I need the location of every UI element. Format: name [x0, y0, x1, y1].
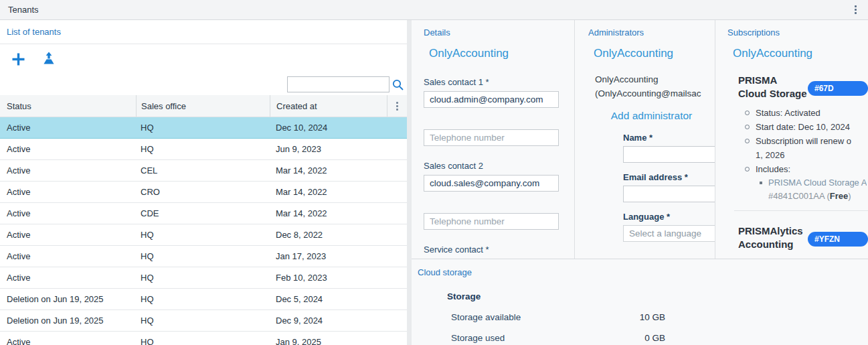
- add-administrator-link[interactable]: Add administrator: [588, 110, 715, 122]
- cell-created: Dec 5, 2024: [270, 289, 387, 309]
- cell-office: CDE: [136, 203, 270, 224]
- cell-office: HQ: [136, 117, 270, 138]
- search-input[interactable]: [287, 76, 389, 92]
- subscription-includes-label: Includes:: [744, 162, 868, 176]
- tenants-app: Tenants List of tenants: [0, 0, 868, 345]
- administrator-entry[interactable]: OnlyAccounting (OnlyAccounting@mailsac: [595, 72, 715, 100]
- cell-office: HQ: [136, 310, 270, 331]
- subscription-renewal: Subscription will renew o 1, 2026: [744, 134, 868, 162]
- sales-contact-2-input[interactable]: [424, 175, 559, 192]
- subscriptions-panel: Subscriptions OnlyAccounting PRISMA Clou…: [715, 20, 868, 259]
- language-placeholder: Select a language: [629, 228, 701, 238]
- storage-available-value: 10 GB: [640, 312, 665, 322]
- column-header-sales-office[interactable]: Sales office: [136, 95, 270, 117]
- right-top-panels: Details OnlyAccounting Sales contact 1 *…: [412, 20, 868, 259]
- sales-contact-2-phone-input[interactable]: [424, 213, 559, 230]
- column-header-created-at[interactable]: Created at: [270, 95, 387, 117]
- subscription-badge: #YFZN: [808, 232, 868, 247]
- table-header: Status Sales office Created at: [0, 95, 407, 117]
- cell-status: Active: [0, 224, 136, 245]
- topbar: Tenants: [0, 0, 868, 20]
- list-panel-header: List of tenants: [0, 20, 407, 44]
- subscription-name: PRISMA Cloud Storage: [738, 74, 808, 100]
- subscription-item: PRISMA Cloud Storage #67D: [738, 74, 868, 100]
- tenant-row[interactable]: ActiveCDEMar 14, 2022: [0, 203, 407, 224]
- subscription-include-item: PRISMA Cloud Storage A #4841C001AA (Free…: [760, 176, 868, 202]
- cell-office: HQ: [136, 246, 270, 267]
- administrators-title: Administrators: [588, 27, 715, 38]
- storage-used-value: 0 GB: [644, 333, 665, 343]
- sales-contact-1-phone-input[interactable]: [424, 129, 559, 146]
- cell-status: Active: [0, 117, 136, 138]
- storage-group-label: Storage: [447, 291, 868, 301]
- language-label: Language *: [623, 212, 715, 222]
- cloud-storage-section: Cloud storage Storage Storage available …: [412, 259, 868, 345]
- cell-spacer: [387, 117, 407, 138]
- cell-spacer: [387, 203, 407, 224]
- list-panel-title: List of tenants: [7, 27, 61, 37]
- cell-created: Jun 9, 2023: [270, 139, 387, 159]
- column-options-icon[interactable]: [393, 100, 402, 113]
- search-icon[interactable]: [392, 78, 404, 91]
- list-toolbar: [0, 44, 407, 74]
- administrator-email: (OnlyAccounting@mailsac: [595, 86, 715, 100]
- page-title: Tenants: [8, 5, 39, 15]
- tenant-row[interactable]: ActiveHQFeb 10, 2023: [0, 267, 407, 289]
- email-label: Email address *: [623, 172, 715, 182]
- cell-status: Active: [0, 139, 136, 159]
- email-input[interactable]: [623, 186, 715, 202]
- language-select[interactable]: Select a language: [623, 225, 715, 242]
- cloud-storage-title: Cloud storage: [418, 267, 868, 277]
- subscriptions-title: Subscriptions: [727, 27, 868, 38]
- cell-status: Active: [0, 160, 136, 181]
- tenant-row[interactable]: ActiveHQJun 9, 2023: [0, 139, 407, 160]
- name-label: Name *: [623, 133, 715, 143]
- import-tenant-button[interactable]: [39, 49, 59, 69]
- details-tenant-name: OnlyAccounting: [429, 47, 561, 60]
- tenant-row[interactable]: Deletion on Jun 19, 2025HQDec 9, 2024: [0, 310, 407, 332]
- column-header-status[interactable]: Status: [0, 95, 136, 117]
- cell-spacer: [387, 310, 407, 331]
- tenant-row[interactable]: ActiveCROMar 14, 2022: [0, 182, 407, 203]
- subscriptions-tenant-name: OnlyAccounting: [733, 47, 868, 60]
- storage-used-row: Storage used 0 GB: [451, 333, 665, 343]
- tenant-row[interactable]: ActiveCELMar 14, 2022: [0, 160, 407, 182]
- sales-contact-1-input[interactable]: [424, 91, 559, 108]
- cell-spacer: [387, 289, 407, 309]
- subscription-item: PRISMAlytics Accounting #YFZN: [738, 224, 868, 251]
- cell-created: Dec 10, 2024: [270, 117, 387, 138]
- sales-contact-1-label: Sales contact 1 *: [424, 77, 561, 87]
- more-options-icon[interactable]: [851, 3, 860, 16]
- cell-created: Mar 14, 2022: [270, 160, 387, 181]
- sales-contact-2-label: Sales contact 2: [424, 161, 561, 171]
- right-area: Details OnlyAccounting Sales contact 1 *…: [412, 20, 868, 345]
- tenant-row[interactable]: ActiveHQJan 17, 2023: [0, 246, 407, 267]
- cell-office: HQ: [136, 332, 270, 345]
- storage-available-row: Storage available 10 GB: [451, 312, 665, 322]
- tenant-row[interactable]: ActiveHQDec 8, 2022: [0, 224, 407, 246]
- include-code: #4841C001AA (Free): [768, 190, 867, 202]
- main-content: List of tenants: [0, 20, 868, 345]
- divider: [734, 210, 868, 211]
- tenant-row[interactable]: ActiveHQJan 9, 2025: [0, 332, 407, 345]
- tenant-row[interactable]: Deletion on Jun 19, 2025HQDec 5, 2024: [0, 289, 407, 310]
- subscription-name: PRISMAlytics Accounting: [738, 224, 808, 251]
- name-input[interactable]: [623, 146, 715, 163]
- tenant-table-body: ActiveHQDec 10, 2024ActiveHQJun 9, 2023A…: [0, 117, 407, 345]
- add-tenant-button[interactable]: [8, 49, 28, 69]
- cell-created: Jan 9, 2025: [270, 332, 387, 345]
- cell-office: HQ: [136, 139, 270, 159]
- square-bullet-icon: [760, 182, 762, 184]
- cell-created: Dec 8, 2022: [270, 224, 387, 245]
- cell-spacer: [387, 160, 407, 181]
- cell-office: HQ: [136, 224, 270, 245]
- cell-created: Mar 14, 2022: [270, 182, 387, 202]
- cell-created: Mar 14, 2022: [270, 203, 387, 224]
- cell-spacer: [387, 224, 407, 245]
- cell-spacer: [387, 139, 407, 159]
- storage-used-label: Storage used: [451, 333, 505, 343]
- cell-office: HQ: [136, 289, 270, 309]
- cell-spacer: [387, 246, 407, 267]
- tenant-row[interactable]: ActiveHQDec 10, 2024: [0, 117, 407, 139]
- cell-spacer: [387, 332, 407, 345]
